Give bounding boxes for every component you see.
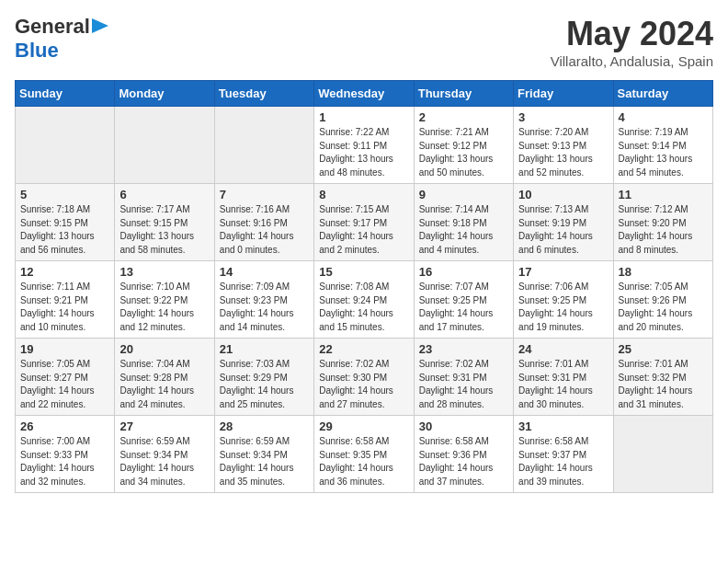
day-info: Sunrise: 7:13 AMSunset: 9:19 PMDaylight:… <box>518 203 608 257</box>
day-number: 27 <box>119 419 209 433</box>
daylight-text: Daylight: 14 hours and 8 minutes. <box>619 231 693 255</box>
sunset-text: Sunset: 9:25 PM <box>518 295 586 305</box>
daylight-text: Daylight: 14 hours and 15 minutes. <box>319 308 393 332</box>
calendar-header-row: SundayMondayTuesdayWednesdayThursdayFrid… <box>16 81 713 107</box>
day-number: 26 <box>20 419 109 433</box>
calendar-cell: 7Sunrise: 7:16 AMSunset: 9:16 PMDaylight… <box>214 184 313 261</box>
daylight-text: Daylight: 14 hours and 32 minutes. <box>20 463 95 487</box>
sunset-text: Sunset: 9:32 PM <box>619 373 687 383</box>
calendar-cell: 5Sunrise: 7:18 AMSunset: 9:15 PMDaylight… <box>16 184 115 261</box>
daylight-text: Daylight: 14 hours and 36 minutes. <box>319 463 393 487</box>
sunrise-text: Sunrise: 7:05 AM <box>619 282 688 292</box>
sunset-text: Sunset: 9:31 PM <box>518 373 586 383</box>
day-number: 1 <box>319 110 408 124</box>
sunset-text: Sunset: 9:11 PM <box>319 141 387 151</box>
sunset-text: Sunset: 9:30 PM <box>319 373 387 383</box>
daylight-text: Daylight: 14 hours and 10 minutes. <box>20 308 95 332</box>
sunset-text: Sunset: 9:29 PM <box>220 373 288 383</box>
day-number: 21 <box>220 342 309 356</box>
sunrise-text: Sunrise: 7:11 AM <box>20 282 90 292</box>
day-info: Sunrise: 7:21 AMSunset: 9:12 PMDaylight:… <box>419 126 508 179</box>
daylight-text: Daylight: 13 hours and 58 minutes. <box>119 231 194 255</box>
sunrise-text: Sunrise: 7:20 AM <box>518 127 588 137</box>
sunrise-text: Sunrise: 7:15 AM <box>319 204 389 214</box>
sunset-text: Sunset: 9:16 PM <box>220 218 288 228</box>
sunset-text: Sunset: 9:23 PM <box>220 295 288 305</box>
sunset-text: Sunset: 9:21 PM <box>20 295 88 305</box>
calendar-week-row: 19Sunrise: 7:05 AMSunset: 9:27 PMDayligh… <box>16 339 713 416</box>
day-info: Sunrise: 7:06 AMSunset: 9:25 PMDaylight:… <box>518 281 608 334</box>
day-info: Sunrise: 6:58 AMSunset: 9:35 PMDaylight:… <box>319 435 408 488</box>
calendar-cell: 11Sunrise: 7:12 AMSunset: 9:20 PMDayligh… <box>613 184 712 261</box>
day-info: Sunrise: 7:16 AMSunset: 9:16 PMDaylight:… <box>220 203 309 257</box>
logo-arrow-icon <box>92 18 108 33</box>
calendar-cell: 19Sunrise: 7:05 AMSunset: 9:27 PMDayligh… <box>16 339 115 416</box>
day-number: 4 <box>619 110 708 124</box>
calendar-cell: 1Sunrise: 7:22 AMSunset: 9:11 PMDaylight… <box>314 107 414 184</box>
calendar-cell: 25Sunrise: 7:01 AMSunset: 9:32 PMDayligh… <box>613 339 712 416</box>
sunset-text: Sunset: 9:15 PM <box>119 218 188 228</box>
sunrise-text: Sunrise: 7:07 AM <box>419 282 489 292</box>
day-number: 25 <box>619 342 708 356</box>
calendar-table: SundayMondayTuesdayWednesdayThursdayFrid… <box>15 80 713 493</box>
calendar-cell: 20Sunrise: 7:04 AMSunset: 9:28 PMDayligh… <box>115 339 214 416</box>
day-info: Sunrise: 7:03 AMSunset: 9:29 PMDaylight:… <box>220 358 309 411</box>
sunrise-text: Sunrise: 7:16 AM <box>220 204 290 214</box>
calendar-cell <box>16 107 115 184</box>
calendar-cell: 15Sunrise: 7:08 AMSunset: 9:24 PMDayligh… <box>314 261 414 339</box>
daylight-text: Daylight: 14 hours and 4 minutes. <box>419 231 494 255</box>
daylight-text: Daylight: 13 hours and 52 minutes. <box>518 154 593 178</box>
day-number: 19 <box>20 342 109 356</box>
calendar-cell: 23Sunrise: 7:02 AMSunset: 9:31 PMDayligh… <box>414 339 513 416</box>
sunrise-text: Sunrise: 7:14 AM <box>419 204 489 214</box>
sunset-text: Sunset: 9:31 PM <box>419 373 487 383</box>
sunrise-text: Sunrise: 7:21 AM <box>419 127 489 137</box>
sunset-text: Sunset: 9:33 PM <box>20 450 88 460</box>
col-header-tuesday: Tuesday <box>214 81 313 107</box>
sunrise-text: Sunrise: 6:59 AM <box>119 436 189 446</box>
sunrise-text: Sunrise: 6:58 AM <box>419 436 489 446</box>
calendar-cell: 3Sunrise: 7:20 AMSunset: 9:13 PMDaylight… <box>514 107 613 184</box>
daylight-text: Daylight: 14 hours and 34 minutes. <box>119 463 194 487</box>
day-number: 6 <box>119 188 209 201</box>
calendar-cell: 27Sunrise: 6:59 AMSunset: 9:34 PMDayligh… <box>115 416 214 493</box>
day-number: 9 <box>419 188 508 201</box>
day-number: 29 <box>319 419 408 433</box>
daylight-text: Daylight: 14 hours and 6 minutes. <box>518 231 593 255</box>
daylight-text: Daylight: 13 hours and 50 minutes. <box>419 154 494 178</box>
sunset-text: Sunset: 9:35 PM <box>319 450 387 460</box>
sunrise-text: Sunrise: 7:06 AM <box>518 282 588 292</box>
daylight-text: Daylight: 14 hours and 22 minutes. <box>20 385 95 409</box>
calendar-cell: 14Sunrise: 7:09 AMSunset: 9:23 PMDayligh… <box>214 261 313 339</box>
sunrise-text: Sunrise: 7:00 AM <box>20 436 90 446</box>
sunset-text: Sunset: 9:26 PM <box>619 295 687 305</box>
day-info: Sunrise: 6:58 AMSunset: 9:37 PMDaylight:… <box>518 435 608 488</box>
sunset-text: Sunset: 9:13 PM <box>518 141 586 151</box>
location-subtitle: Villaralto, Andalusia, Spain <box>551 53 713 69</box>
daylight-text: Daylight: 14 hours and 25 minutes. <box>220 385 294 409</box>
daylight-text: Daylight: 14 hours and 14 minutes. <box>220 308 294 332</box>
sunrise-text: Sunrise: 7:03 AM <box>220 359 290 369</box>
sunrise-text: Sunrise: 7:12 AM <box>619 204 688 214</box>
day-number: 14 <box>220 265 309 279</box>
daylight-text: Daylight: 14 hours and 24 minutes. <box>119 385 194 409</box>
sunset-text: Sunset: 9:18 PM <box>419 218 487 228</box>
daylight-text: Daylight: 14 hours and 12 minutes. <box>119 308 194 332</box>
day-number: 15 <box>319 265 408 279</box>
sunset-text: Sunset: 9:14 PM <box>619 141 687 151</box>
sunset-text: Sunset: 9:28 PM <box>119 373 188 383</box>
day-number: 12 <box>20 265 109 279</box>
sunset-text: Sunset: 9:37 PM <box>518 450 586 460</box>
daylight-text: Daylight: 13 hours and 54 minutes. <box>619 154 693 178</box>
calendar-cell: 18Sunrise: 7:05 AMSunset: 9:26 PMDayligh… <box>613 261 712 339</box>
sunrise-text: Sunrise: 7:19 AM <box>619 127 688 137</box>
sunrise-text: Sunrise: 7:02 AM <box>319 359 389 369</box>
day-info: Sunrise: 7:05 AMSunset: 9:26 PMDaylight:… <box>619 281 708 334</box>
sunrise-text: Sunrise: 7:18 AM <box>20 204 90 214</box>
calendar-cell: 29Sunrise: 6:58 AMSunset: 9:35 PMDayligh… <box>314 416 414 493</box>
daylight-text: Daylight: 14 hours and 19 minutes. <box>518 308 593 332</box>
day-info: Sunrise: 7:22 AMSunset: 9:11 PMDaylight:… <box>319 126 408 179</box>
day-info: Sunrise: 7:01 AMSunset: 9:31 PMDaylight:… <box>518 358 608 411</box>
day-number: 18 <box>619 265 708 279</box>
day-info: Sunrise: 7:10 AMSunset: 9:22 PMDaylight:… <box>119 281 209 334</box>
